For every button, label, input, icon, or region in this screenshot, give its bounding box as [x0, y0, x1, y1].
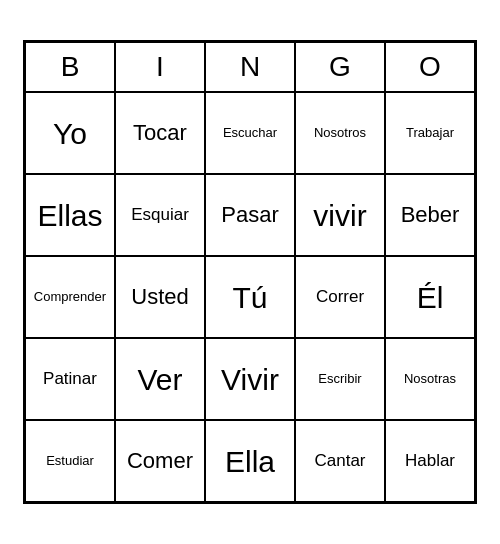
cell-text-3-2: Vivir [221, 363, 279, 396]
bingo-grid: YoTocarEscucharNosotrosTrabajarEllasEsqu… [25, 92, 475, 502]
cell-text-0-0: Yo [53, 117, 87, 150]
bingo-header: BINGO [25, 42, 475, 92]
bingo-cell-4-0: Estudiar [25, 420, 115, 502]
bingo-row-3: PatinarVerVivirEscribirNosotras [25, 338, 475, 420]
cell-text-4-1: Comer [127, 449, 193, 473]
cell-text-3-0: Patinar [43, 370, 97, 389]
bingo-cell-3-2: Vivir [205, 338, 295, 420]
cell-text-1-2: Pasar [221, 203, 278, 227]
bingo-cell-0-1: Tocar [115, 92, 205, 174]
cell-text-0-3: Nosotros [314, 126, 366, 140]
cell-text-4-0: Estudiar [46, 454, 94, 468]
bingo-cell-4-3: Cantar [295, 420, 385, 502]
cell-text-1-4: Beber [401, 203, 460, 227]
header-letter-i: I [115, 42, 205, 92]
cell-text-2-4: Él [417, 281, 444, 314]
bingo-cell-3-0: Patinar [25, 338, 115, 420]
bingo-cell-3-3: Escribir [295, 338, 385, 420]
cell-text-2-3: Correr [316, 288, 364, 307]
bingo-cell-1-3: vivir [295, 174, 385, 256]
bingo-cell-1-0: Ellas [25, 174, 115, 256]
cell-text-0-1: Tocar [133, 121, 187, 145]
bingo-row-4: EstudiarComerEllaCantarHablar [25, 420, 475, 502]
cell-text-1-0: Ellas [37, 199, 102, 232]
bingo-cell-0-0: Yo [25, 92, 115, 174]
bingo-cell-0-4: Trabajar [385, 92, 475, 174]
cell-text-1-3: vivir [313, 199, 366, 232]
bingo-cell-3-4: Nosotras [385, 338, 475, 420]
bingo-card: BINGO YoTocarEscucharNosotrosTrabajarEll… [23, 40, 477, 504]
bingo-cell-3-1: Ver [115, 338, 205, 420]
bingo-cell-4-4: Hablar [385, 420, 475, 502]
bingo-cell-2-4: Él [385, 256, 475, 338]
bingo-cell-2-1: Usted [115, 256, 205, 338]
bingo-cell-0-3: Nosotros [295, 92, 385, 174]
cell-text-2-2: Tú [232, 281, 267, 314]
cell-text-3-4: Nosotras [404, 372, 456, 386]
bingo-cell-1-1: Esquiar [115, 174, 205, 256]
cell-text-4-4: Hablar [405, 452, 455, 471]
bingo-cell-0-2: Escuchar [205, 92, 295, 174]
bingo-row-1: EllasEsquiarPasarvivirBeber [25, 174, 475, 256]
bingo-cell-2-0: Comprender [25, 256, 115, 338]
header-letter-n: N [205, 42, 295, 92]
cell-text-0-4: Trabajar [406, 126, 454, 140]
cell-text-4-3: Cantar [314, 452, 365, 471]
bingo-row-2: ComprenderUstedTúCorrerÉl [25, 256, 475, 338]
cell-text-3-1: Ver [137, 363, 182, 396]
header-letter-o: O [385, 42, 475, 92]
bingo-cell-2-2: Tú [205, 256, 295, 338]
cell-text-2-1: Usted [131, 285, 188, 309]
header-letter-b: B [25, 42, 115, 92]
cell-text-1-1: Esquiar [131, 206, 189, 225]
bingo-cell-4-1: Comer [115, 420, 205, 502]
header-letter-g: G [295, 42, 385, 92]
cell-text-2-0: Comprender [34, 290, 106, 304]
bingo-cell-1-4: Beber [385, 174, 475, 256]
cell-text-3-3: Escribir [318, 372, 361, 386]
cell-text-0-2: Escuchar [223, 126, 277, 140]
bingo-cell-2-3: Correr [295, 256, 385, 338]
bingo-cell-4-2: Ella [205, 420, 295, 502]
bingo-row-0: YoTocarEscucharNosotrosTrabajar [25, 92, 475, 174]
cell-text-4-2: Ella [225, 445, 275, 478]
bingo-cell-1-2: Pasar [205, 174, 295, 256]
